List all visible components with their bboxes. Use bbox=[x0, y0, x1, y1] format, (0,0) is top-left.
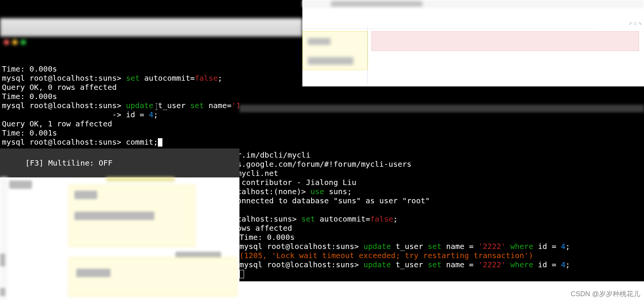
terminal-error: (1205, 'Lock wait timeout exceeded; try … bbox=[239, 251, 533, 260]
sql-keyword: set bbox=[301, 214, 315, 223]
terminal-prompt: mysql root@localhost:suns> bbox=[239, 260, 359, 269]
sql-op: = bbox=[140, 110, 144, 119]
terminal-output: Query OK, 1 row affected bbox=[2, 119, 112, 128]
sql-string: '2222' bbox=[478, 242, 506, 251]
obscured-text bbox=[308, 38, 331, 45]
sql-semi: ; bbox=[565, 242, 570, 251]
right-terminal-window[interactable]: https://gitter.im/dbcli/mycli https://gr… bbox=[239, 86, 644, 281]
sql-keyword: set bbox=[428, 260, 442, 269]
sql-keyword: update bbox=[363, 260, 391, 269]
sql-keyword: use bbox=[310, 187, 324, 196]
sql-ident: id bbox=[538, 260, 547, 269]
multiline-status: [F3] Multiline: OFF bbox=[25, 158, 112, 168]
terminal-output: Time: 0.000s bbox=[239, 233, 295, 242]
terminal-prompt: mysql root@localhost:suns> bbox=[2, 101, 121, 110]
right-terminal-body[interactable]: https://gitter.im/dbcli/mycli https://gr… bbox=[239, 131, 644, 287]
terminal-output: Time: 0.001s bbox=[2, 128, 57, 137]
sql-keyword: update bbox=[126, 101, 153, 110]
sql-ident: autocommit bbox=[320, 214, 365, 223]
sql-number: 4 bbox=[561, 242, 565, 251]
notes-gutter bbox=[0, 177, 8, 300]
sql-op: = bbox=[366, 214, 370, 223]
sql-keyword: set bbox=[428, 242, 442, 251]
terminal-prompt: mysql root@localhost:suns> bbox=[2, 73, 121, 83]
sql-ident: id bbox=[538, 242, 547, 251]
sql-keyword: where bbox=[511, 242, 533, 251]
sql-semi: ; bbox=[565, 260, 570, 269]
sql-ident: t_user bbox=[395, 260, 423, 269]
sql-string: '2222' bbox=[478, 260, 506, 269]
sql-keyword: where bbox=[511, 260, 533, 269]
sql-op: = bbox=[227, 101, 231, 110]
terminal-prompt: mysql root@localhost:suns> bbox=[2, 137, 121, 147]
i-beam-cursor-icon bbox=[156, 103, 157, 110]
sql-ident: name bbox=[446, 242, 464, 251]
sql-keyword: set bbox=[126, 73, 140, 83]
right-terminal-titlebar[interactable] bbox=[239, 105, 644, 112]
background-notes-panel bbox=[0, 177, 239, 300]
terminal-output: https://groups.google.com/forum/#!forum/… bbox=[239, 160, 411, 169]
obscured-text bbox=[331, 1, 422, 6]
fullscreen-icon[interactable] bbox=[21, 40, 26, 45]
sql-number: 4 bbox=[561, 260, 565, 269]
editor-divider bbox=[302, 29, 592, 29]
editor-divider bbox=[367, 27, 368, 84]
terminal-output: https://gitter.im/dbcli/mycli bbox=[239, 150, 310, 160]
obscured-text bbox=[9, 180, 32, 189]
terminal-output: Thanks to the contributor - Jialong Liu bbox=[239, 178, 357, 187]
terminal-output: Time: 0.000s bbox=[2, 92, 57, 101]
sql-op: = bbox=[190, 73, 195, 83]
editor-toolbar-icons[interactable]: ⤢ ▢ ⤡ bbox=[629, 21, 642, 26]
sql-keyword: set bbox=[190, 101, 204, 110]
sql-op: = bbox=[552, 260, 556, 269]
terminal-output: Home: http://mycli.net bbox=[239, 169, 278, 178]
sql-bool: false bbox=[195, 73, 218, 83]
obscured-text bbox=[76, 269, 111, 277]
obscured-text bbox=[106, 177, 175, 181]
terminal-prompt: mysql root@localhost:suns> bbox=[239, 242, 359, 251]
background-editor: ⤢ ▢ ⤡ bbox=[302, 0, 644, 86]
obscured-text bbox=[308, 57, 353, 65]
close-icon[interactable] bbox=[4, 40, 9, 45]
sql-semi: ; bbox=[218, 73, 222, 83]
sql-ident: suns; bbox=[329, 187, 352, 196]
terminal-output: You are now connected to database "suns"… bbox=[239, 196, 430, 205]
sql-bool: false bbox=[370, 214, 393, 223]
text-cursor-icon bbox=[239, 270, 244, 278]
obscured-text bbox=[0, 254, 5, 266]
sql-ident: autocommit bbox=[144, 73, 190, 83]
sql-number: 4 bbox=[149, 110, 153, 119]
left-terminal-titlebar[interactable] bbox=[0, 18, 302, 37]
csdn-watermark: CSDN @岁岁种桃花儿 bbox=[571, 289, 640, 298]
sql-op: = bbox=[469, 260, 474, 269]
sticky-note-red[interactable] bbox=[371, 31, 639, 51]
sql-ident: t_user bbox=[158, 101, 185, 110]
obscured-text bbox=[74, 191, 97, 199]
sql-op: = bbox=[469, 242, 474, 251]
terminal-output: Query OK, 0 rows affected bbox=[2, 83, 117, 92]
sql-command[interactable]: commit; bbox=[126, 137, 158, 147]
terminal-prompt: mysql root@localhost:(none)> bbox=[239, 187, 306, 196]
text-cursor-icon bbox=[158, 138, 162, 147]
sql-ident: name bbox=[446, 260, 464, 269]
minimize-icon[interactable] bbox=[12, 40, 18, 45]
sql-ident: name bbox=[209, 101, 227, 110]
obscured-text bbox=[0, 288, 5, 296]
sql-keyword: update bbox=[363, 242, 391, 251]
sql-ident: id bbox=[126, 110, 135, 119]
sql-op: = bbox=[552, 242, 556, 251]
terminal-prompt: mysql root@localhost:suns> bbox=[239, 214, 297, 223]
terminal-output: Query OK, 0 rows affected bbox=[239, 223, 292, 233]
obscured-text bbox=[74, 212, 154, 220]
sql-semi: ; bbox=[393, 214, 398, 223]
terminal-cont-prompt: -> bbox=[2, 110, 121, 119]
sql-ident: t_user bbox=[395, 242, 423, 251]
sql-semi: ; bbox=[153, 110, 158, 119]
